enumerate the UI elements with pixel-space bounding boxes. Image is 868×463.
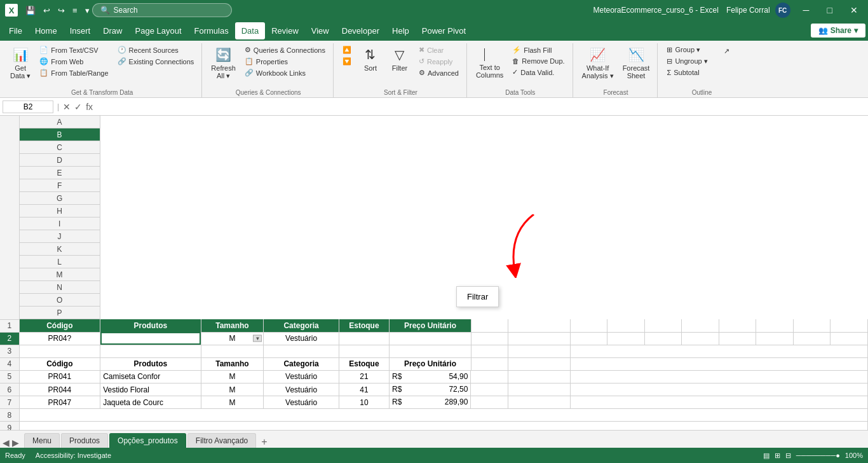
close-button[interactable]: ✕ xyxy=(845,4,863,17)
cell-D4[interactable]: Categoria xyxy=(264,357,339,370)
cell-D6[interactable]: Vestuário xyxy=(264,384,339,396)
save-btn[interactable]: 💾 xyxy=(23,4,38,17)
cell-E1[interactable]: Estoque xyxy=(339,319,389,332)
filter-button[interactable]: ▽ Filter xyxy=(386,45,414,74)
clear-button[interactable]: ✖ Clear xyxy=(415,45,463,55)
col-header-N[interactable]: N xyxy=(20,281,100,294)
workbook-links-button[interactable]: 🔗 Workbook Links xyxy=(241,67,329,78)
filter-dropdown-icon[interactable]: ▼ xyxy=(253,335,262,342)
cell-E7[interactable]: 10 xyxy=(339,396,389,409)
cell-D2[interactable]: Vestuário xyxy=(264,332,339,345)
add-sheet-button[interactable]: + xyxy=(257,436,271,448)
queries-connections-button[interactable]: ⚙ Queries & Connections xyxy=(241,45,329,55)
advanced-button[interactable]: ⚙ Advanced xyxy=(415,67,463,78)
view-layout-icon[interactable]: ⊞ xyxy=(775,452,780,460)
col-header-K[interactable]: K xyxy=(20,243,100,256)
cell-C4[interactable]: Tamanho xyxy=(201,357,264,370)
get-data-button[interactable]: 📊 GetData ▾ xyxy=(6,45,34,83)
cell-A4[interactable]: Código xyxy=(19,357,100,370)
menu-data[interactable]: Data xyxy=(235,22,265,39)
col-header-J[interactable]: J xyxy=(20,230,100,243)
cell-C5[interactable]: M xyxy=(201,370,264,384)
sheet-tab-produtos[interactable]: Produtos xyxy=(61,433,108,448)
cell-E5[interactable]: 21 xyxy=(339,370,389,384)
nav-left-icon[interactable]: ◀ xyxy=(3,438,10,448)
properties-button[interactable]: 📋 Properties xyxy=(241,56,329,67)
cell-C2[interactable]: M ▼ xyxy=(201,332,264,345)
filtrar-popup[interactable]: Filtrar xyxy=(456,286,499,307)
from-table-button[interactable]: 📋 From Table/Range xyxy=(36,67,112,78)
menu-developer[interactable]: Developer xyxy=(336,22,386,39)
expand-button[interactable]: ↗ xyxy=(713,45,741,58)
cell-C6[interactable]: M xyxy=(201,384,264,396)
col-header-O[interactable]: O xyxy=(20,294,100,307)
insert-function-icon[interactable]: fx xyxy=(86,102,93,112)
customize-btn[interactable]: ≡ xyxy=(70,4,80,17)
cell-F4[interactable]: Preço Unitário xyxy=(390,357,471,370)
col-header-F[interactable]: F xyxy=(20,179,100,192)
cell-A2[interactable]: PR04? xyxy=(19,332,100,345)
dropdown-btn[interactable]: ▾ xyxy=(83,4,92,17)
cell-A5[interactable]: PR041 xyxy=(19,370,100,384)
remove-duplicates-button[interactable]: 🗑 Remove Dup. xyxy=(508,56,568,66)
cell-B5[interactable]: Camiseta Confor xyxy=(100,370,201,384)
col-header-E[interactable]: E xyxy=(20,167,100,179)
confirm-formula-icon[interactable]: ✓ xyxy=(74,102,82,112)
col-header-P[interactable]: P xyxy=(20,307,100,319)
search-box[interactable]: 🔍 Search xyxy=(92,3,232,17)
col-header-M[interactable]: M xyxy=(20,268,100,281)
col-header-I[interactable]: I xyxy=(20,218,100,230)
sort-za-button[interactable]: 🔽 xyxy=(339,56,355,67)
col-header-C[interactable]: C xyxy=(20,141,100,154)
group-button[interactable]: ⊞ Group ▾ xyxy=(663,45,711,55)
col-header-B[interactable]: B xyxy=(20,128,100,141)
cell-F5[interactable]: R$ 54,90 xyxy=(390,371,471,384)
menu-pagelayout[interactable]: Page Layout xyxy=(129,22,188,39)
cell-A6[interactable]: PR044 xyxy=(19,384,100,396)
menu-review[interactable]: Review xyxy=(265,22,305,39)
maximize-button[interactable]: □ xyxy=(822,4,837,17)
undo-btn[interactable]: ↩ xyxy=(41,4,53,17)
flash-fill-button[interactable]: ⚡ Flash Fill xyxy=(508,45,568,55)
cell-D7[interactable]: Vestuário xyxy=(264,396,339,409)
view-page-icon[interactable]: ⊟ xyxy=(785,452,791,460)
sort-az-button[interactable]: 🔼 xyxy=(339,45,355,55)
subtotal-button[interactable]: Σ Subtotal xyxy=(663,67,711,78)
cell-B6[interactable]: Vestido Floral xyxy=(100,384,201,396)
sheet-tab-filtro-avancado[interactable]: Filtro Avançado xyxy=(187,433,257,448)
col-header-H[interactable]: H xyxy=(20,205,100,218)
from-text-csv-button[interactable]: 📄 From Text/CSV xyxy=(36,45,112,55)
existing-connections-button[interactable]: 🔗 Existing Connections xyxy=(114,56,198,67)
cell-A7[interactable]: PR047 xyxy=(19,396,100,409)
view-normal-icon[interactable]: ▤ xyxy=(763,452,770,460)
menu-formulas[interactable]: Formulas xyxy=(188,22,235,39)
cell-B7[interactable]: Jaqueta de Courc xyxy=(100,396,201,409)
menu-draw[interactable]: Draw xyxy=(97,22,128,39)
cell-D1[interactable]: Categoria xyxy=(264,319,339,332)
cell-D5[interactable]: Vestuário xyxy=(264,370,339,384)
menu-help[interactable]: Help xyxy=(386,22,416,39)
from-web-button[interactable]: 🌐 From Web xyxy=(36,56,112,67)
formula-input[interactable] xyxy=(95,101,865,113)
col-header-D[interactable]: D xyxy=(20,154,100,167)
cell-B2[interactable] xyxy=(100,332,201,345)
cancel-formula-icon[interactable]: ✕ xyxy=(63,102,71,112)
recent-sources-button[interactable]: 🕐 Recent Sources xyxy=(114,45,198,55)
share-button[interactable]: 👥 Share ▾ xyxy=(811,24,865,38)
cell-F1[interactable]: Preço Unitário xyxy=(390,319,471,332)
cell-F7[interactable]: R$ 289,90 xyxy=(390,396,471,409)
sheet-tab-opcoes-produtos[interactable]: Opções_produtos xyxy=(109,433,186,448)
reapply-button[interactable]: ↺ Reapply xyxy=(415,56,463,67)
menu-home[interactable]: Home xyxy=(29,22,64,39)
cell-B1[interactable]: Produtos xyxy=(100,319,201,332)
sheet-nav[interactable]: ◀ ▶ xyxy=(3,438,19,448)
data-validation-button[interactable]: ✓ Data Valid. xyxy=(508,67,568,78)
redo-btn[interactable]: ↪ xyxy=(55,4,67,17)
menu-powerpivot[interactable]: Power Pivot xyxy=(416,22,472,39)
col-header-G[interactable]: G xyxy=(20,192,100,205)
sheet-tab-menu[interactable]: Menu xyxy=(24,433,60,448)
sort-button[interactable]: ⇅ Sort xyxy=(356,45,384,74)
cell-B4[interactable]: Produtos xyxy=(100,357,201,370)
refresh-button[interactable]: 🔄 RefreshAll ▾ xyxy=(207,45,240,83)
cell-E6[interactable]: 41 xyxy=(339,384,389,396)
